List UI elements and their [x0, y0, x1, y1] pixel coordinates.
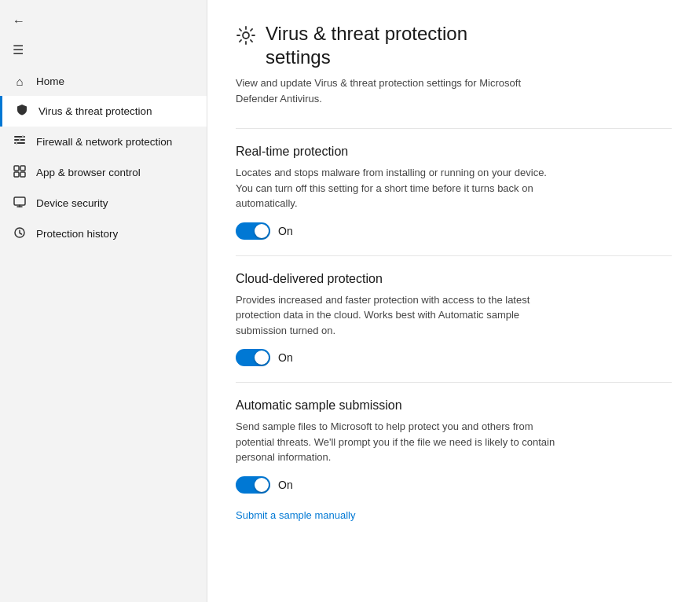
svg-point-4: [19, 139, 20, 141]
history-icon: [13, 226, 27, 241]
page-title: Virus & threat protection settings: [266, 22, 467, 69]
sidebar-item-virus-threat[interactable]: Virus & threat protection: [0, 96, 207, 127]
sidebar-item-app-browser[interactable]: App & browser control: [0, 157, 207, 188]
hamburger-button[interactable]: ☰: [0, 36, 207, 67]
auto-sample-submission-description: Send sample files to Microsoft to help p…: [236, 419, 566, 465]
toggle-thumb: [255, 224, 269, 238]
auto-sample-submission-toggle[interactable]: [236, 476, 270, 494]
cloud-delivered-protection-description: Provides increased and faster protection…: [236, 292, 566, 339]
auto-sample-submission-toggle-label: On: [278, 479, 293, 491]
gear-icon: [236, 25, 256, 50]
real-time-protection-description: Locates and stops malware from installin…: [236, 165, 566, 211]
toggle-thumb: [255, 478, 269, 492]
sidebar-item-label: Home: [36, 75, 64, 87]
sidebar-item-label: App & browser control: [36, 167, 141, 178]
svg-point-3: [16, 142, 17, 144]
section-divider-3: [236, 382, 672, 383]
home-icon: ⌂: [13, 75, 27, 88]
main-content: Virus & threat protection settings View …: [207, 0, 700, 602]
shield-icon: [15, 104, 29, 119]
cloud-delivered-protection-toggle-label: On: [278, 351, 293, 364]
firewall-icon: [13, 134, 27, 149]
cloud-delivered-protection-section: Cloud-delivered protection Provides incr…: [236, 272, 672, 367]
svg-rect-6: [14, 166, 19, 171]
sidebar-item-home[interactable]: ⌂ Home: [0, 67, 207, 96]
svg-rect-7: [20, 166, 25, 171]
sidebar: ← ☰ ⌂ Home Virus & threat protection Fir…: [0, 0, 207, 602]
submit-sample-link[interactable]: Submit a sample manually: [236, 509, 355, 521]
page-subtitle: View and update Virus & threat protectio…: [236, 75, 566, 106]
sidebar-item-label: Firewall & network protection: [36, 136, 172, 148]
device-security-icon: [13, 196, 27, 211]
section-divider-2: [236, 255, 672, 256]
app-browser-icon: [13, 165, 27, 180]
sidebar-item-label: Protection history: [36, 228, 118, 240]
sidebar-item-device-security[interactable]: Device security: [0, 188, 207, 218]
page-header: Virus & threat protection settings: [236, 22, 672, 69]
cloud-delivered-protection-toggle-row: On: [236, 349, 672, 366]
sidebar-item-label: Virus & threat protection: [38, 105, 152, 117]
back-button[interactable]: ←: [0, 6, 207, 36]
section-divider: [236, 128, 672, 129]
sidebar-item-protection-history[interactable]: Protection history: [0, 218, 207, 249]
real-time-protection-title: Real-time protection: [236, 145, 672, 159]
svg-point-5: [22, 136, 24, 138]
real-time-protection-section: Real-time protection Locates and stops m…: [236, 145, 672, 240]
svg-point-12: [243, 32, 249, 39]
svg-rect-9: [20, 172, 25, 177]
auto-sample-submission-section: Automatic sample submission Send sample …: [236, 398, 672, 522]
real-time-protection-toggle[interactable]: [236, 222, 270, 240]
sidebar-item-label: Device security: [36, 197, 108, 209]
auto-sample-submission-toggle-row: On: [236, 476, 672, 494]
auto-sample-submission-title: Automatic sample submission: [236, 398, 672, 413]
svg-rect-8: [14, 172, 19, 177]
real-time-protection-toggle-label: On: [278, 225, 293, 237]
real-time-protection-toggle-row: On: [236, 222, 672, 240]
cloud-delivered-protection-title: Cloud-delivered protection: [236, 272, 672, 286]
cloud-delivered-protection-toggle[interactable]: [236, 349, 270, 366]
sidebar-item-firewall[interactable]: Firewall & network protection: [0, 127, 207, 157]
toggle-thumb: [255, 351, 269, 365]
svg-rect-10: [14, 197, 25, 205]
